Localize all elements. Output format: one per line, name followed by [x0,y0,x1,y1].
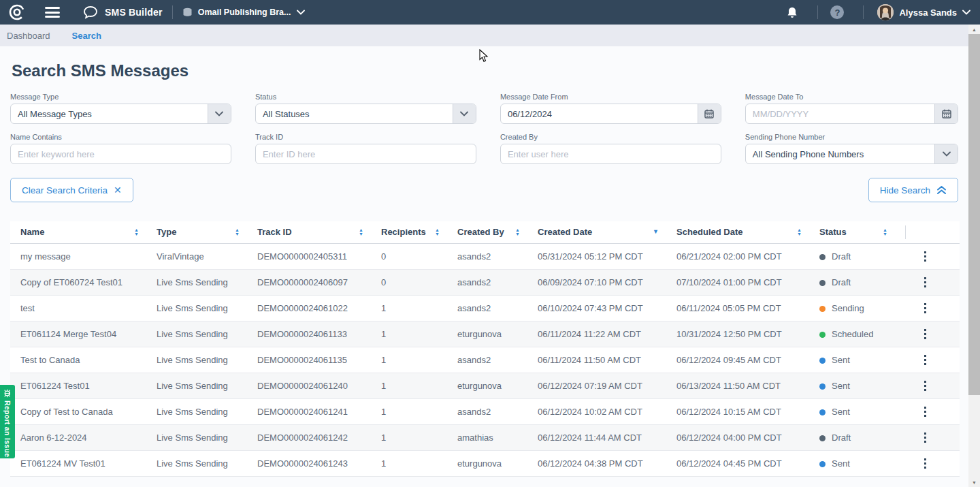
date-to-label: Message Date To [745,93,958,101]
chevron-down-icon[interactable] [208,104,231,123]
row-menu-button[interactable] [921,326,929,342]
column-header-actions [905,221,960,243]
cell-created_by: asands2 [457,398,538,424]
sort-icon[interactable]: ▲▼ [883,228,887,236]
cell-created_by: asands2 [457,243,538,269]
sort-icon[interactable]: ▲▼ [134,228,139,236]
breadcrumb: Dashboard Search [0,25,968,46]
sort-icon[interactable]: ▲▼ [435,228,440,236]
column-header-track_id[interactable]: Track ID▲▼ [257,221,381,243]
sort-icon[interactable]: ▲▼ [797,228,802,236]
row-menu-button[interactable] [921,274,929,290]
date-from-field [500,104,721,124]
created-by-field [500,144,721,164]
account-name: Omail Publishing Bra... [198,7,291,17]
calendar-icon[interactable] [934,104,958,123]
table-row: Test to CanadaLive Sms SendingDEMO000002… [10,347,960,373]
row-menu-button[interactable] [921,378,929,394]
chevron-down-icon[interactable] [934,144,958,163]
sort-icon[interactable]: ▲▼ [515,228,520,236]
row-menu-button[interactable] [921,249,929,264]
cell-recipients: 1 [381,450,457,476]
breadcrumb-search[interactable]: Search [72,31,101,41]
sending-phone-select[interactable]: All Sending Phone Numbers [745,144,958,164]
column-header-recipients[interactable]: Recipients▲▼ [381,221,457,243]
cell-status: Sending [819,295,905,321]
table-row: Copy of Test to CanadaLive Sms SendingDE… [10,398,960,424]
navbar-divider [172,5,173,19]
clear-search-criteria-button[interactable]: Clear Search Criteria ✕ [10,178,133,202]
cell-actions [905,243,960,269]
cell-scheduled_date: 06/12/2024 04:00 PM CDT [676,424,819,450]
hide-search-button[interactable]: Hide Search [868,178,958,202]
navbar-divider [863,5,864,19]
user-avatar[interactable] [877,4,894,20]
track-id-input[interactable] [256,144,476,163]
cell-scheduled_date: 06/12/2024 09:45 AM CDT [676,347,819,373]
row-menu-button[interactable] [921,456,929,471]
app-logo-icon[interactable] [8,3,26,21]
account-selector[interactable]: Omail Publishing Bra... [182,7,305,17]
track-id-field [255,144,476,164]
created-by-label: Created By [500,133,721,141]
date-to-input[interactable] [746,104,934,123]
report-issue-tab[interactable]: Report an Issue [0,385,15,458]
cell-type: Live Sms Sending [157,295,257,321]
vertical-scrollbar[interactable]: ▲ ▼ [968,25,980,487]
column-header-status[interactable]: Status▲▼ [819,221,905,243]
column-header-name[interactable]: Name▲▼ [10,221,157,243]
message-type-select[interactable]: All Message Types [10,104,231,124]
column-header-scheduled_date[interactable]: Scheduled Date▲▼ [676,221,819,243]
cell-type: Live Sms Sending [157,450,257,476]
status-dot [819,358,826,364]
notifications-bell-icon[interactable] [786,6,798,19]
user-menu-chevron-icon[interactable] [962,10,970,15]
row-menu-button[interactable] [921,430,929,445]
column-label: Created By [457,227,504,237]
sort-icon[interactable]: ▲▼ [235,228,240,236]
sort-icon[interactable]: ▲▼ [359,228,363,236]
status-label: Scheduled [832,329,873,339]
cell-created_by: asands2 [457,295,538,321]
navbar-divider [817,5,818,19]
cell-track_id: DEMO0000024061243 [257,450,381,476]
cell-actions [905,321,960,347]
created-by-input[interactable] [501,144,721,163]
column-header-created_by[interactable]: Created By▲▼ [457,221,538,243]
menu-hamburger-icon[interactable] [45,7,60,18]
column-header-type[interactable]: Type▲▼ [157,221,257,243]
calendar-icon[interactable] [698,104,721,123]
chevron-down-icon[interactable] [453,104,476,123]
name-contains-input[interactable] [11,144,231,163]
cell-recipients: 1 [381,295,457,321]
cell-status: Draft [819,243,905,269]
row-menu-button[interactable] [921,300,929,316]
cell-track_id: DEMO0000024061133 [257,321,381,347]
date-from-input[interactable] [501,104,698,123]
cell-status: Scheduled [819,321,905,347]
cell-recipients: 1 [381,321,457,347]
scrollbar-up-arrow[interactable]: ▲ [968,25,980,34]
row-menu-button[interactable] [921,404,929,420]
status-value: All Statuses [256,109,453,119]
column-header-created_date[interactable]: Created Date▼ [538,221,676,243]
status-dot [819,280,826,286]
scrollbar-down-arrow[interactable]: ▼ [968,477,980,487]
row-menu-button[interactable] [921,352,929,368]
cell-name: ET061224 MV Test01 [10,450,157,476]
scrollbar-thumb[interactable] [968,34,980,395]
cell-created_by: eturgunova [457,321,538,347]
cell-name: Copy of ET060724 Test01 [10,269,157,295]
cell-recipients: 0 [381,269,457,295]
column-label: Type [157,227,176,237]
help-icon[interactable]: ? [830,5,844,19]
sort-icon[interactable]: ▼ [653,229,659,235]
main-content: Search SMS Messages Message Type All Mes… [0,46,968,487]
status-select[interactable]: All Statuses [255,104,476,124]
table-row: testLive Sms SendingDEMO00000240610221as… [10,295,960,321]
cell-actions [905,450,960,476]
breadcrumb-dashboard[interactable]: Dashboard [7,31,50,41]
cell-track_id: DEMO0000024061022 [257,295,381,321]
cell-type: ViralVintage [157,243,257,269]
cell-created_by: asands2 [457,269,538,295]
